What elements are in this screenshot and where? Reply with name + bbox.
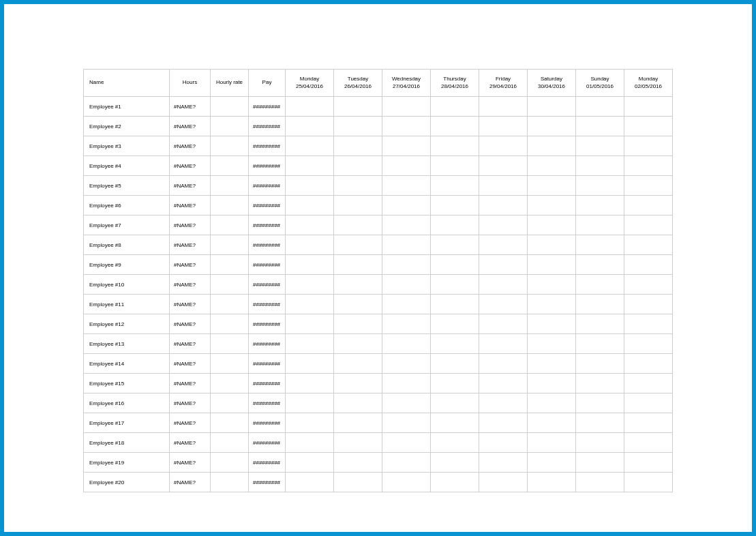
cell-day[interactable] bbox=[576, 473, 624, 492]
cell-rate[interactable] bbox=[211, 314, 249, 334]
cell-day[interactable] bbox=[479, 453, 528, 473]
cell-day[interactable] bbox=[431, 295, 479, 314]
cell-rate[interactable] bbox=[211, 196, 249, 215]
cell-rate[interactable] bbox=[211, 374, 249, 393]
cell-day[interactable] bbox=[479, 374, 528, 393]
cell-pay[interactable]: ######### bbox=[249, 334, 286, 354]
cell-day[interactable] bbox=[528, 275, 576, 295]
cell-day[interactable] bbox=[286, 196, 334, 215]
cell-day[interactable] bbox=[431, 235, 479, 255]
cell-day[interactable] bbox=[382, 136, 431, 156]
cell-day[interactable] bbox=[528, 473, 576, 492]
cell-day[interactable] bbox=[431, 393, 479, 413]
cell-day[interactable] bbox=[528, 354, 576, 374]
cell-day[interactable] bbox=[382, 413, 431, 433]
cell-day[interactable] bbox=[286, 295, 334, 314]
cell-day[interactable] bbox=[431, 176, 479, 196]
cell-day[interactable] bbox=[624, 413, 673, 433]
cell-name[interactable]: Employee #8 bbox=[84, 235, 170, 255]
cell-rate[interactable] bbox=[211, 117, 249, 136]
cell-name[interactable]: Employee #18 bbox=[84, 433, 170, 453]
cell-pay[interactable]: ######### bbox=[249, 235, 286, 255]
cell-pay[interactable]: ######### bbox=[249, 354, 286, 374]
cell-day[interactable] bbox=[382, 354, 431, 374]
cell-day[interactable] bbox=[624, 374, 673, 393]
cell-day[interactable] bbox=[334, 374, 382, 393]
cell-day[interactable] bbox=[334, 393, 382, 413]
cell-day[interactable] bbox=[576, 374, 624, 393]
cell-day[interactable] bbox=[334, 156, 382, 176]
cell-day[interactable] bbox=[528, 235, 576, 255]
cell-day[interactable] bbox=[624, 314, 673, 334]
cell-hours[interactable]: #NAME? bbox=[170, 156, 211, 176]
cell-rate[interactable] bbox=[211, 255, 249, 275]
cell-rate[interactable] bbox=[211, 433, 249, 453]
cell-day[interactable] bbox=[334, 255, 382, 275]
cell-day[interactable] bbox=[431, 413, 479, 433]
cell-day[interactable] bbox=[382, 473, 431, 492]
cell-day[interactable] bbox=[624, 295, 673, 314]
cell-day[interactable] bbox=[576, 275, 624, 295]
cell-day[interactable] bbox=[479, 473, 528, 492]
cell-hours[interactable]: #NAME? bbox=[170, 334, 211, 354]
cell-day[interactable] bbox=[286, 156, 334, 176]
cell-day[interactable] bbox=[334, 136, 382, 156]
cell-day[interactable] bbox=[286, 393, 334, 413]
cell-day[interactable] bbox=[286, 314, 334, 334]
cell-day[interactable] bbox=[624, 97, 673, 117]
cell-day[interactable] bbox=[431, 354, 479, 374]
cell-day[interactable] bbox=[382, 117, 431, 136]
cell-rate[interactable] bbox=[211, 136, 249, 156]
cell-day[interactable] bbox=[576, 196, 624, 215]
cell-day[interactable] bbox=[382, 97, 431, 117]
cell-day[interactable] bbox=[576, 334, 624, 354]
cell-day[interactable] bbox=[528, 176, 576, 196]
cell-rate[interactable] bbox=[211, 176, 249, 196]
cell-rate[interactable] bbox=[211, 156, 249, 176]
cell-name[interactable]: Employee #12 bbox=[84, 314, 170, 334]
cell-rate[interactable] bbox=[211, 295, 249, 314]
cell-day[interactable] bbox=[576, 295, 624, 314]
cell-day[interactable] bbox=[576, 413, 624, 433]
cell-name[interactable]: Employee #3 bbox=[84, 136, 170, 156]
cell-day[interactable] bbox=[334, 295, 382, 314]
cell-day[interactable] bbox=[431, 453, 479, 473]
cell-day[interactable] bbox=[431, 97, 479, 117]
cell-day[interactable] bbox=[479, 354, 528, 374]
cell-day[interactable] bbox=[479, 215, 528, 235]
cell-day[interactable] bbox=[334, 334, 382, 354]
cell-day[interactable] bbox=[576, 176, 624, 196]
cell-pay[interactable]: ######### bbox=[249, 374, 286, 393]
cell-day[interactable] bbox=[479, 275, 528, 295]
cell-pay[interactable]: ######### bbox=[249, 275, 286, 295]
cell-day[interactable] bbox=[382, 215, 431, 235]
cell-hours[interactable]: #NAME? bbox=[170, 275, 211, 295]
cell-name[interactable]: Employee #10 bbox=[84, 275, 170, 295]
cell-day[interactable] bbox=[624, 136, 673, 156]
cell-day[interactable] bbox=[479, 117, 528, 136]
cell-pay[interactable]: ######### bbox=[249, 473, 286, 492]
cell-day[interactable] bbox=[528, 374, 576, 393]
cell-rate[interactable] bbox=[211, 235, 249, 255]
cell-day[interactable] bbox=[382, 433, 431, 453]
cell-day[interactable] bbox=[382, 235, 431, 255]
cell-pay[interactable]: ######### bbox=[249, 255, 286, 275]
cell-day[interactable] bbox=[479, 136, 528, 156]
cell-day[interactable] bbox=[431, 275, 479, 295]
cell-day[interactable] bbox=[431, 473, 479, 492]
cell-hours[interactable]: #NAME? bbox=[170, 374, 211, 393]
cell-rate[interactable] bbox=[211, 393, 249, 413]
cell-day[interactable] bbox=[479, 334, 528, 354]
cell-day[interactable] bbox=[431, 374, 479, 393]
cell-hours[interactable]: #NAME? bbox=[170, 433, 211, 453]
cell-day[interactable] bbox=[334, 314, 382, 334]
cell-name[interactable]: Employee #19 bbox=[84, 453, 170, 473]
cell-day[interactable] bbox=[286, 413, 334, 433]
cell-day[interactable] bbox=[382, 314, 431, 334]
cell-pay[interactable]: ######### bbox=[249, 393, 286, 413]
cell-name[interactable]: Employee #2 bbox=[84, 117, 170, 136]
cell-hours[interactable]: #NAME? bbox=[170, 235, 211, 255]
cell-day[interactable] bbox=[576, 255, 624, 275]
cell-day[interactable] bbox=[528, 334, 576, 354]
cell-day[interactable] bbox=[528, 196, 576, 215]
